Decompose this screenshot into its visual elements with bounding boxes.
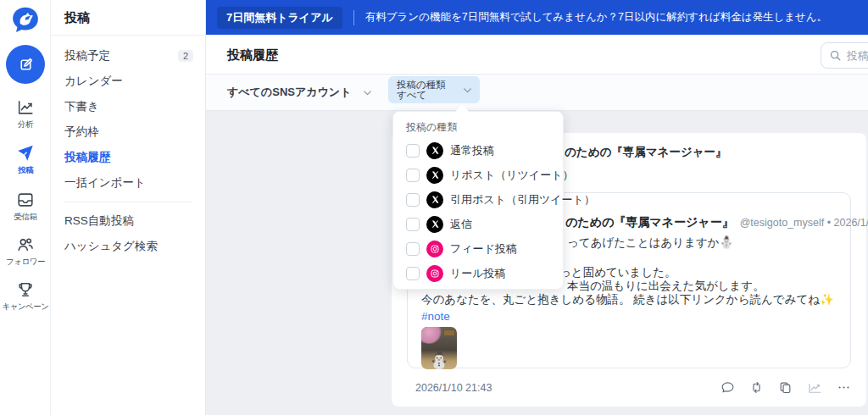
trial-banner: 7日間無料トライアル 有料プランの機能を7日間無料で試してみませんか？7日以内に… — [206, 0, 868, 35]
x-logo-icon — [426, 191, 443, 208]
x-logo-icon — [426, 167, 443, 184]
rail-item-posts[interactable]: 投稿 — [0, 144, 51, 176]
post-search[interactable] — [821, 42, 868, 69]
post-card-footer: 2026/1/10 21:43 — [407, 368, 851, 407]
blossom-decoration — [421, 327, 442, 344]
sidebar-item-slots[interactable]: 予約枠 — [51, 119, 205, 145]
checkbox[interactable] — [406, 169, 420, 182]
author-name[interactable]: のための『専属マネージャー』 — [565, 215, 734, 229]
author-handle[interactable]: @tesigoto_myself — [740, 217, 825, 229]
chevron-down-icon — [462, 85, 473, 96]
instagram-icon — [426, 265, 443, 282]
post-text-line: 本当の温もりに出会えた気がします。 — [567, 279, 837, 293]
snowman-image: ⛄ — [429, 351, 450, 368]
checkbox[interactable] — [406, 218, 420, 231]
post-history-content: のための『専属マネージャー』 のための『専属マネージャー』@tesigoto_m… — [206, 111, 868, 415]
sidebar-item-bulk-import[interactable]: 一括インポート — [51, 170, 205, 196]
dropdown-pointer — [455, 104, 469, 112]
dropdown-title: 投稿の種類 — [406, 120, 550, 135]
rail-item-followers[interactable]: フォロワー — [0, 235, 51, 268]
rail-item-campaign[interactable]: キャンペーン — [0, 280, 51, 313]
paper-plane-icon — [16, 144, 35, 163]
scheduled-count-badge: 2 — [178, 50, 193, 62]
sidebar-item-drafts[interactable]: 下書き — [51, 94, 205, 119]
rail-label-inbox: 受信箱 — [14, 212, 37, 223]
copy-icon[interactable] — [778, 380, 793, 395]
sidebar-title: 投稿 — [51, 0, 205, 36]
search-icon — [829, 49, 842, 62]
dropdown-option-feed-post[interactable]: フィード投稿 — [406, 236, 550, 261]
checkbox[interactable] — [406, 267, 420, 280]
post-text-line: ってあげたことはありますか⛄ — [567, 236, 837, 250]
post-timestamp: 2026/1/10 21:40 — [834, 217, 868, 229]
sidebar-divider — [64, 202, 192, 202]
dropdown-option-normal-post[interactable]: 通常投稿 — [406, 138, 550, 163]
rail-label-campaign: キャンペーン — [2, 302, 48, 313]
sidebar-item-calendar[interactable]: カレンダー — [51, 69, 205, 94]
trial-badge[interactable]: 7日間無料トライアル — [217, 7, 342, 29]
thumbnail-label — [443, 329, 455, 336]
trophy-icon — [16, 280, 35, 299]
rail-label-analytics: 分析 — [18, 119, 33, 130]
posts-sidebar: 投稿 投稿予定 2 カレンダー 下書き 予約枠 投稿履歴 一括インポート RSS… — [51, 0, 206, 415]
main-area: 7日間無料トライアル 有料プランの機能を7日間無料で試してみませんか？7日以内に… — [206, 0, 868, 415]
page-title: 投稿履歴 — [227, 47, 278, 64]
socialdog-logo-icon[interactable] — [9, 6, 42, 35]
sidebar-item-history[interactable]: 投稿履歴 — [51, 145, 205, 170]
x-logo-icon — [426, 142, 443, 159]
checkbox[interactable] — [406, 242, 420, 256]
compose-pencil-icon — [17, 56, 35, 74]
search-input[interactable] — [847, 49, 868, 62]
post-type-filter-dropdown[interactable]: 投稿の種類 すべて — [388, 76, 480, 103]
filter-bar: すべてのSNSアカウント 投稿の種類 すべて — [206, 75, 868, 111]
banner-separator — [353, 10, 354, 25]
hashtag-link[interactable]: #note — [421, 310, 837, 323]
analytics-disabled-icon[interactable] — [807, 380, 822, 396]
checkbox[interactable] — [406, 193, 420, 207]
post-group-header: のための『専属マネージャー』 — [565, 133, 866, 160]
rail-item-analytics[interactable]: 分析 — [0, 98, 51, 130]
meta-separator: • — [827, 217, 831, 229]
chevron-down-icon — [362, 87, 373, 98]
rail-label-followers: フォロワー — [6, 257, 45, 268]
banner-message: 有料プランの機能を7日間無料で試してみませんか？7日以内に解約すれば料金は発生し… — [365, 10, 827, 25]
posted-time: 2026/1/10 21:43 — [415, 382, 492, 394]
compose-button[interactable] — [6, 45, 45, 84]
rail-item-inbox[interactable]: 受信箱 — [0, 191, 51, 223]
dropdown-option-quote-post[interactable]: 引用ポスト（引用ツイート） — [406, 187, 550, 212]
post-text-line: っと固めていました。 — [559, 266, 837, 279]
checkbox[interactable] — [406, 144, 420, 158]
reply-icon[interactable] — [721, 380, 735, 395]
sidebar-item-rss[interactable]: RSS自動投稿 — [51, 208, 205, 234]
inbox-icon — [16, 191, 35, 209]
analytics-icon — [16, 98, 35, 117]
followers-icon — [16, 235, 35, 254]
page-header: 投稿履歴 — [206, 35, 868, 75]
post-text-line: 今のあなたを、丸ごと抱きしめる物語。 続きは以下リンクから読んでみてね✨ — [421, 293, 837, 307]
post-type-dropdown-panel: 投稿の種類 通常投稿 リポスト（リツイート） 引 — [392, 111, 564, 290]
nav-rail: 分析 投稿 受信箱 フォロワー キャンペーン — [0, 0, 51, 415]
x-logo-icon — [426, 216, 443, 233]
sidebar-item-scheduled[interactable]: 投稿予定 2 — [51, 43, 205, 69]
post-image-thumbnail[interactable]: ⛄ — [421, 327, 457, 369]
repost-icon[interactable] — [749, 380, 764, 395]
dropdown-option-reply[interactable]: 返信 — [406, 212, 550, 236]
account-filter-dropdown[interactable]: すべてのSNSアカウント — [227, 85, 373, 100]
more-icon[interactable] — [837, 380, 851, 395]
instagram-icon — [426, 241, 443, 257]
dropdown-option-repost[interactable]: リポスト（リツイート） — [406, 163, 550, 187]
sidebar-item-hashtag-search[interactable]: ハッシュタグ検索 — [51, 234, 205, 259]
rail-label-posts: 投稿 — [18, 165, 33, 176]
dropdown-option-reel-post[interactable]: リール投稿 — [406, 261, 550, 285]
